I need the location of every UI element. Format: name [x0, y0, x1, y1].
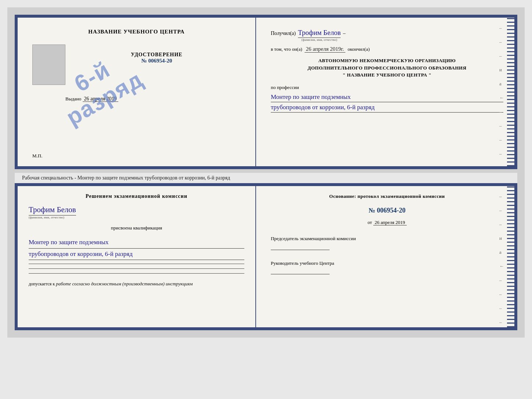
fio-small-label: (фамилия, имя, отчество): [302, 38, 337, 42]
cert-bottom-right: Основание: протокол экзаменационной коми…: [256, 186, 514, 327]
right-dashes-bottom: – – – и а ← – – – –: [499, 193, 504, 325]
cert-top: НАЗВАНИЕ УЧЕБНОГО ЦЕНТРА УДОСТОВЕРЕНИЕ №…: [15, 15, 517, 169]
right-dashes: – – – и а ← – – – –: [499, 25, 504, 157]
dopuskaetsya-block: допускается к работе согласно должностны…: [29, 281, 244, 287]
fio-handwritten: Трофим Белов: [298, 29, 341, 38]
right-stripe-bottom: [507, 186, 514, 327]
vydano-date: 26 апреля 2019: [83, 96, 118, 102]
cert-top-left: НАЗВАНИЕ УЧЕБНОГО ЦЕНТРА УДОСТОВЕРЕНИЕ №…: [18, 18, 256, 166]
org-block: АВТОНОМНУЮ НЕКОММЕРЧЕСКУЮ ОРГАНИЗАЦИЮ ДО…: [271, 57, 503, 79]
profession-hw-1: Монтер по защите подземных: [271, 92, 503, 102]
protocol-date-val: 26 апреля 2019: [373, 220, 407, 225]
resheniyem-title: Решением экзаменационной комиссии: [29, 193, 244, 199]
cert-bottom: Решением экзаменационной комиссии Трофим…: [15, 183, 517, 330]
predsedatel-line: [271, 250, 330, 250]
fio-bottom-hw: Трофим Белов: [29, 205, 76, 215]
fio-bottom-small: (фамилия, имя, отчество): [29, 215, 64, 219]
fio-bottom-block: Трофим Белов (фамилия, имя, отчество): [29, 205, 244, 219]
vtom-date: 26 апреля 2019г.: [305, 46, 346, 53]
osnovaniye-title: Основание: протокол экзаменационной коми…: [271, 193, 503, 199]
cert-bottom-left: Решением экзаменационной комиссии Трофим…: [18, 186, 256, 327]
vydano-block: Выдано 26 апреля 2019: [65, 96, 118, 102]
right-stripe-top: [507, 18, 514, 166]
line2: [29, 268, 244, 269]
dopuskaetsya-val: работе согласно должностным (производств…: [56, 281, 193, 286]
poluchil-label: Получил(а): [271, 31, 296, 36]
rukovoditel-block: Руководитель учебного Центра: [271, 260, 503, 276]
cert-top-title: НАЗВАНИЕ УЧЕБНОГО ЦЕНТРА: [88, 29, 184, 35]
photo-placeholder: [32, 44, 65, 85]
poluchil-row: Получил(а) Трофим Белов (фамилия, имя, о…: [271, 29, 503, 42]
po-professii-label: по профессии: [271, 85, 503, 90]
protocol-date: от 26 апреля 2019: [271, 220, 503, 225]
vtom-row: в том, что он(а) 26 апреля 2019г. окончи…: [271, 46, 503, 53]
ot-label: от: [367, 220, 372, 225]
udost-title: УДОСТОВЕРЕНИЕ: [131, 52, 182, 58]
dopuskaetsya-label: допускается к: [29, 281, 55, 286]
profession-hw-2: трубопроводов от коррозии, 6-й разряд: [271, 102, 503, 113]
predsedatel-block: Председатель экзаменационной комиссии: [271, 235, 503, 252]
org-line3: " НАЗВАНИЕ УЧЕБНОГО ЦЕНТРА ": [271, 71, 503, 79]
rukovoditel-label: Руководитель учебного Центра: [271, 260, 334, 266]
protocol-num: № 006954-20: [271, 207, 503, 214]
profession-bottom-hw-1: Монтер по защите подземных: [29, 237, 244, 249]
vtom-label: в том, что он(а): [271, 46, 302, 52]
profession-bottom-hw-2: трубопроводов от коррозии, 6-й разряд: [29, 249, 244, 260]
udost-block: УДОСТОВЕРЕНИЕ № 006954-20: [131, 52, 182, 64]
predsedatel-label: Председатель экзаменационной комиссии: [271, 236, 356, 241]
org-line1: АВТОНОМНУЮ НЕКОММЕРЧЕСКУЮ ОРГАНИЗАЦИЮ: [271, 57, 503, 64]
line1: [29, 264, 244, 264]
rukovoditel-line: [271, 274, 330, 274]
middle-label: Рабочая специальность - Монтер по защите…: [15, 173, 517, 183]
okonchil-label: окончил(а): [348, 46, 370, 52]
org-line2: ДОПОЛНИТЕЛЬНОГО ПРОФЕССИОНАЛЬНОГО ОБРАЗО…: [271, 64, 503, 72]
poluchil-dash: –: [343, 31, 345, 36]
fio-hw: Трофим Белов (фамилия, имя, отчество): [298, 29, 341, 42]
vydano-label: Выдано: [65, 96, 81, 101]
line3: [29, 273, 244, 274]
profession-bottom-block: Монтер по защите подземных трубопроводов…: [29, 237, 244, 260]
cert-top-right: Получил(а) Трофим Белов (фамилия, имя, о…: [256, 18, 514, 166]
middle-label-text: Рабочая специальность - Монтер по защите…: [22, 175, 230, 181]
prisvoena-label: присвоена квалификация: [29, 225, 244, 231]
page-wrapper: НАЗВАНИЕ УЧЕБНОГО ЦЕНТРА УДОСТОВЕРЕНИЕ №…: [7, 7, 525, 338]
udost-num: № 006954-20: [131, 58, 182, 64]
mp-block: М.П.: [29, 153, 42, 159]
